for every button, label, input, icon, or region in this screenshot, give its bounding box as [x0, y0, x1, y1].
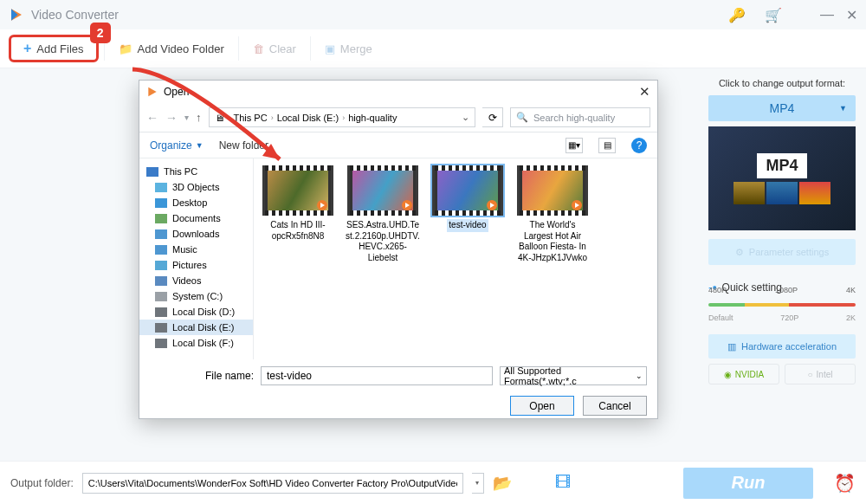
nav-forward-icon[interactable]: →: [165, 111, 178, 125]
folder-icon: [155, 307, 167, 317]
tree-item[interactable]: Pictures: [139, 257, 253, 273]
output-format-select[interactable]: MP4: [708, 95, 856, 121]
play-icon: [402, 200, 412, 210]
parameter-settings-button[interactable]: ⚙ Parameter settings: [708, 239, 856, 265]
dialog-logo-icon: [146, 86, 158, 98]
plus-icon: +: [23, 41, 31, 56]
hardware-accel-button[interactable]: ▥ Hardware acceleration: [708, 334, 856, 359]
sliders-icon: ⚙: [735, 247, 744, 258]
dialog-nav: ← → ▾ ↑ 🖥 › This PC› Local Disk (E:)› hi…: [139, 103, 657, 132]
tree-item[interactable]: Music: [139, 242, 253, 257]
run-button[interactable]: Run: [683, 468, 813, 499]
tree-item[interactable]: Documents: [139, 210, 253, 226]
dialog-bottom: File name: All Supported Formats(*.wtv;*…: [139, 359, 657, 423]
nav-up-icon[interactable]: ↑: [196, 111, 202, 124]
organize-button[interactable]: Organize ▼: [150, 139, 204, 152]
folder-icon: [155, 261, 167, 270]
film-strip-icon: [734, 182, 830, 204]
output-format-thumbnail[interactable]: MP4: [708, 126, 856, 230]
video-thumbnail: [262, 165, 333, 216]
folder-tree: This PC 3D ObjectsDesktopDocumentsDownlo…: [139, 158, 254, 359]
cart-icon[interactable]: 🛒: [765, 7, 782, 23]
res-labels-bottom: Default720P2K: [708, 313, 856, 322]
main-toolbar: + Add Files 2 📁 Add Video Folder 🗑 Clear…: [0, 29, 866, 68]
folder-icon: [155, 229, 167, 239]
tree-item[interactable]: Local Disk (F:): [139, 335, 253, 351]
play-icon: [317, 200, 327, 210]
tree-item[interactable]: 3D Objects: [139, 179, 253, 195]
dialog-title: Open: [164, 86, 189, 98]
nav-recent-icon[interactable]: ▾: [184, 113, 189, 122]
search-placeholder: Search high-quality: [533, 113, 615, 123]
chip-icon: ▥: [727, 341, 736, 352]
tree-item[interactable]: Videos: [139, 273, 253, 288]
open-button[interactable]: Open: [510, 396, 574, 416]
file-item[interactable]: Cats In HD III-opcRx5fn8N8: [259, 165, 337, 242]
folder-icon: [155, 214, 167, 223]
add-files-button[interactable]: + Add Files: [9, 35, 99, 62]
folder-icon: [155, 292, 167, 301]
merge-label: Merge: [340, 42, 372, 55]
close-icon[interactable]: ✕: [846, 7, 857, 23]
file-item[interactable]: The World's Largest Hot Air Balloon Fies…: [514, 165, 591, 264]
output-folder-input[interactable]: [82, 473, 463, 494]
file-item[interactable]: test-video: [429, 165, 507, 232]
search-input[interactable]: 🔍 Search high-quality: [510, 107, 650, 127]
file-name: SES.Astra.UHD.Test.2.2160p.UHDTV.HEVC.x2…: [344, 219, 422, 264]
file-item[interactable]: SES.Astra.UHD.Test.2.2160p.UHDTV.HEVC.x2…: [344, 165, 422, 264]
view-details-button[interactable]: ▤: [598, 138, 616, 153]
titlebar: Video Converter 🔑 🛒 — ✕: [0, 0, 866, 29]
help-icon[interactable]: ?: [631, 138, 647, 153]
pc-icon: 🖥: [215, 113, 224, 123]
chevron-down-icon[interactable]: ⌄: [462, 112, 469, 123]
folder-icon: [155, 276, 167, 286]
tree-item[interactable]: Local Disk (E:): [139, 320, 253, 335]
dialog-close-icon[interactable]: ✕: [639, 84, 650, 100]
dialog-body: This PC 3D ObjectsDesktopDocumentsDownlo…: [139, 158, 657, 359]
app-logo-icon: [9, 7, 24, 23]
gpu-row: ◉NVIDIA ○Intel: [708, 364, 856, 384]
resolution-slider[interactable]: [708, 303, 856, 307]
output-video-icon[interactable]: 🎞: [555, 474, 571, 492]
output-folder-dropdown[interactable]: ▾: [472, 473, 484, 494]
open-file-dialog: Open ✕ ← → ▾ ↑ 🖥 › This PC› Local Disk (…: [139, 80, 658, 419]
clear-button[interactable]: 🗑 Clear: [244, 39, 305, 59]
add-folder-button[interactable]: 📁 Add Video Folder: [110, 39, 233, 59]
folder-icon: [155, 198, 167, 208]
play-icon: [572, 200, 582, 210]
dialog-toolbar: Organize ▼ New folder ▦▾ ▤ ?: [139, 132, 657, 158]
merge-button[interactable]: ▣ Merge: [316, 39, 381, 59]
filetype-select[interactable]: All Supported Formats(*.wtv;*.c⌄: [500, 366, 647, 385]
tree-item[interactable]: Downloads: [139, 226, 253, 242]
tree-root[interactable]: This PC: [139, 164, 253, 179]
nvidia-icon: ◉: [724, 370, 732, 379]
cancel-button[interactable]: Cancel: [583, 396, 647, 416]
breadcrumb[interactable]: 🖥 › This PC› Local Disk (E:)› high-quali…: [209, 107, 476, 127]
title-actions: 🔑 🛒 — ✕: [728, 7, 857, 23]
add-folder-label: Add Video Folder: [138, 42, 224, 55]
folder-icon: [155, 183, 167, 192]
view-thumbnails-button[interactable]: ▦▾: [565, 138, 583, 153]
video-thumbnail: [517, 165, 588, 216]
file-name: Cats In HD III-opcRx5fn8N8: [259, 219, 337, 242]
filename-label: File name:: [150, 370, 254, 382]
output-format-panel: Click to change output format: MP4 MP4 ⚙…: [708, 78, 856, 384]
refresh-button[interactable]: ⟳: [482, 107, 503, 127]
nav-back-icon[interactable]: ←: [146, 111, 158, 125]
alarm-icon[interactable]: ⏰: [834, 473, 856, 494]
tree-item[interactable]: Local Disk (D:): [139, 304, 253, 320]
tree-item[interactable]: Desktop: [139, 195, 253, 210]
nvidia-badge: ◉NVIDIA: [708, 364, 779, 384]
output-format-heading: Click to change output format:: [708, 78, 856, 88]
minimize-icon[interactable]: —: [820, 7, 834, 23]
dialog-titlebar: Open ✕: [139, 81, 657, 103]
add-files-label: Add Files: [36, 42, 83, 55]
new-folder-button[interactable]: New folder: [219, 139, 268, 152]
key-icon[interactable]: 🔑: [728, 7, 746, 23]
folder-icon: [155, 245, 167, 255]
open-folder-icon[interactable]: 📂: [493, 474, 512, 493]
filename-input[interactable]: [261, 366, 493, 385]
file-name: The World's Largest Hot Air Balloon Fies…: [514, 219, 591, 264]
tree-item[interactable]: System (C:): [139, 288, 253, 304]
video-thumbnail: [347, 165, 418, 216]
